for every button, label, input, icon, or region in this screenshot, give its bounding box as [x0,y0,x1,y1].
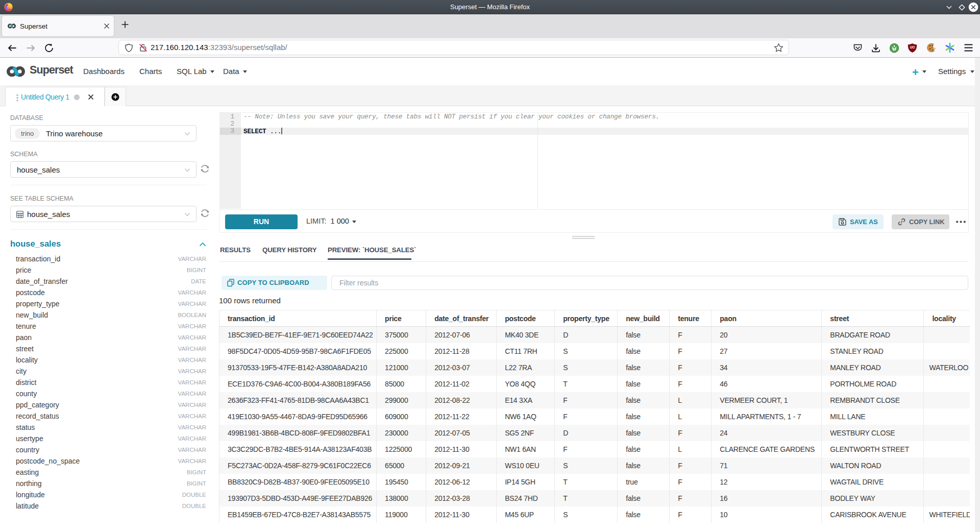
svg-text:UO: UO [910,45,915,49]
